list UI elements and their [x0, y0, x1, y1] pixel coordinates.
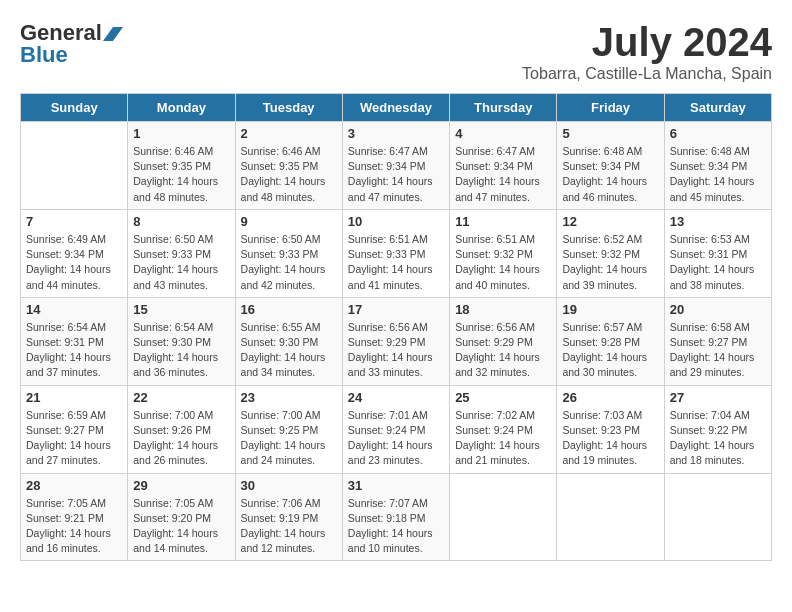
day-detail: Sunrise: 6:47 AMSunset: 9:34 PMDaylight:… [348, 144, 444, 205]
calendar-cell: 11Sunrise: 6:51 AMSunset: 9:32 PMDayligh… [450, 209, 557, 297]
calendar-cell: 16Sunrise: 6:55 AMSunset: 9:30 PMDayligh… [235, 297, 342, 385]
day-detail: Sunrise: 6:48 AMSunset: 9:34 PMDaylight:… [670, 144, 766, 205]
calendar-cell: 15Sunrise: 6:54 AMSunset: 9:30 PMDayligh… [128, 297, 235, 385]
day-number: 15 [133, 302, 229, 317]
day-number: 24 [348, 390, 444, 405]
calendar-cell: 18Sunrise: 6:56 AMSunset: 9:29 PMDayligh… [450, 297, 557, 385]
month-title: July 2024 [522, 20, 772, 65]
calendar-cell: 1Sunrise: 6:46 AMSunset: 9:35 PMDaylight… [128, 122, 235, 210]
day-detail: Sunrise: 7:02 AMSunset: 9:24 PMDaylight:… [455, 408, 551, 469]
day-number: 27 [670, 390, 766, 405]
day-detail: Sunrise: 6:50 AMSunset: 9:33 PMDaylight:… [133, 232, 229, 293]
day-detail: Sunrise: 6:59 AMSunset: 9:27 PMDaylight:… [26, 408, 122, 469]
day-detail: Sunrise: 6:54 AMSunset: 9:31 PMDaylight:… [26, 320, 122, 381]
day-detail: Sunrise: 6:56 AMSunset: 9:29 PMDaylight:… [348, 320, 444, 381]
day-detail: Sunrise: 6:57 AMSunset: 9:28 PMDaylight:… [562, 320, 658, 381]
day-number: 26 [562, 390, 658, 405]
day-number: 19 [562, 302, 658, 317]
calendar-cell: 26Sunrise: 7:03 AMSunset: 9:23 PMDayligh… [557, 385, 664, 473]
calendar-cell: 21Sunrise: 6:59 AMSunset: 9:27 PMDayligh… [21, 385, 128, 473]
calendar-cell: 8Sunrise: 6:50 AMSunset: 9:33 PMDaylight… [128, 209, 235, 297]
day-detail: Sunrise: 7:07 AMSunset: 9:18 PMDaylight:… [348, 496, 444, 557]
day-number: 20 [670, 302, 766, 317]
calendar-cell: 13Sunrise: 6:53 AMSunset: 9:31 PMDayligh… [664, 209, 771, 297]
day-detail: Sunrise: 6:50 AMSunset: 9:33 PMDaylight:… [241, 232, 337, 293]
calendar-cell: 4Sunrise: 6:47 AMSunset: 9:34 PMDaylight… [450, 122, 557, 210]
day-number: 8 [133, 214, 229, 229]
weekday-header-saturday: Saturday [664, 94, 771, 122]
day-detail: Sunrise: 7:03 AMSunset: 9:23 PMDaylight:… [562, 408, 658, 469]
calendar-cell: 25Sunrise: 7:02 AMSunset: 9:24 PMDayligh… [450, 385, 557, 473]
calendar-cell: 31Sunrise: 7:07 AMSunset: 9:18 PMDayligh… [342, 473, 449, 561]
calendar-cell [664, 473, 771, 561]
calendar-week-5: 28Sunrise: 7:05 AMSunset: 9:21 PMDayligh… [21, 473, 772, 561]
day-number: 13 [670, 214, 766, 229]
day-number: 10 [348, 214, 444, 229]
calendar-cell: 23Sunrise: 7:00 AMSunset: 9:25 PMDayligh… [235, 385, 342, 473]
calendar-cell: 20Sunrise: 6:58 AMSunset: 9:27 PMDayligh… [664, 297, 771, 385]
day-detail: Sunrise: 6:48 AMSunset: 9:34 PMDaylight:… [562, 144, 658, 205]
location-title: Tobarra, Castille-La Mancha, Spain [522, 65, 772, 83]
day-detail: Sunrise: 7:00 AMSunset: 9:25 PMDaylight:… [241, 408, 337, 469]
day-number: 30 [241, 478, 337, 493]
weekday-header-sunday: Sunday [21, 94, 128, 122]
day-detail: Sunrise: 6:49 AMSunset: 9:34 PMDaylight:… [26, 232, 122, 293]
calendar-cell: 22Sunrise: 7:00 AMSunset: 9:26 PMDayligh… [128, 385, 235, 473]
calendar-cell: 3Sunrise: 6:47 AMSunset: 9:34 PMDaylight… [342, 122, 449, 210]
day-number: 31 [348, 478, 444, 493]
day-detail: Sunrise: 7:05 AMSunset: 9:20 PMDaylight:… [133, 496, 229, 557]
day-number: 18 [455, 302, 551, 317]
calendar-cell: 2Sunrise: 6:46 AMSunset: 9:35 PMDaylight… [235, 122, 342, 210]
calendar-cell [450, 473, 557, 561]
calendar-week-1: 1Sunrise: 6:46 AMSunset: 9:35 PMDaylight… [21, 122, 772, 210]
day-detail: Sunrise: 6:55 AMSunset: 9:30 PMDaylight:… [241, 320, 337, 381]
calendar-week-2: 7Sunrise: 6:49 AMSunset: 9:34 PMDaylight… [21, 209, 772, 297]
day-detail: Sunrise: 6:51 AMSunset: 9:33 PMDaylight:… [348, 232, 444, 293]
day-number: 25 [455, 390, 551, 405]
day-detail: Sunrise: 6:52 AMSunset: 9:32 PMDaylight:… [562, 232, 658, 293]
day-number: 2 [241, 126, 337, 141]
calendar-table: SundayMondayTuesdayWednesdayThursdayFrid… [20, 93, 772, 561]
day-detail: Sunrise: 6:51 AMSunset: 9:32 PMDaylight:… [455, 232, 551, 293]
calendar-cell: 9Sunrise: 6:50 AMSunset: 9:33 PMDaylight… [235, 209, 342, 297]
day-number: 22 [133, 390, 229, 405]
weekday-header-tuesday: Tuesday [235, 94, 342, 122]
day-number: 1 [133, 126, 229, 141]
day-detail: Sunrise: 6:46 AMSunset: 9:35 PMDaylight:… [133, 144, 229, 205]
calendar-cell: 14Sunrise: 6:54 AMSunset: 9:31 PMDayligh… [21, 297, 128, 385]
day-number: 17 [348, 302, 444, 317]
calendar-cell: 5Sunrise: 6:48 AMSunset: 9:34 PMDaylight… [557, 122, 664, 210]
calendar-cell: 12Sunrise: 6:52 AMSunset: 9:32 PMDayligh… [557, 209, 664, 297]
calendar-week-3: 14Sunrise: 6:54 AMSunset: 9:31 PMDayligh… [21, 297, 772, 385]
calendar-cell: 28Sunrise: 7:05 AMSunset: 9:21 PMDayligh… [21, 473, 128, 561]
day-detail: Sunrise: 7:06 AMSunset: 9:19 PMDaylight:… [241, 496, 337, 557]
day-number: 3 [348, 126, 444, 141]
weekday-header-row: SundayMondayTuesdayWednesdayThursdayFrid… [21, 94, 772, 122]
day-number: 5 [562, 126, 658, 141]
day-number: 12 [562, 214, 658, 229]
day-detail: Sunrise: 6:53 AMSunset: 9:31 PMDaylight:… [670, 232, 766, 293]
day-number: 6 [670, 126, 766, 141]
calendar-cell: 29Sunrise: 7:05 AMSunset: 9:20 PMDayligh… [128, 473, 235, 561]
day-detail: Sunrise: 7:01 AMSunset: 9:24 PMDaylight:… [348, 408, 444, 469]
title-block: July 2024 Tobarra, Castille-La Mancha, S… [522, 20, 772, 83]
day-detail: Sunrise: 6:58 AMSunset: 9:27 PMDaylight:… [670, 320, 766, 381]
day-number: 7 [26, 214, 122, 229]
day-number: 21 [26, 390, 122, 405]
weekday-header-wednesday: Wednesday [342, 94, 449, 122]
day-detail: Sunrise: 6:47 AMSunset: 9:34 PMDaylight:… [455, 144, 551, 205]
calendar-cell [557, 473, 664, 561]
calendar-week-4: 21Sunrise: 6:59 AMSunset: 9:27 PMDayligh… [21, 385, 772, 473]
day-number: 23 [241, 390, 337, 405]
calendar-cell [21, 122, 128, 210]
calendar-cell: 7Sunrise: 6:49 AMSunset: 9:34 PMDaylight… [21, 209, 128, 297]
logo-blue: Blue [20, 42, 68, 68]
calendar-cell: 6Sunrise: 6:48 AMSunset: 9:34 PMDaylight… [664, 122, 771, 210]
day-number: 11 [455, 214, 551, 229]
calendar-cell: 17Sunrise: 6:56 AMSunset: 9:29 PMDayligh… [342, 297, 449, 385]
calendar-cell: 27Sunrise: 7:04 AMSunset: 9:22 PMDayligh… [664, 385, 771, 473]
calendar-cell: 19Sunrise: 6:57 AMSunset: 9:28 PMDayligh… [557, 297, 664, 385]
day-detail: Sunrise: 6:56 AMSunset: 9:29 PMDaylight:… [455, 320, 551, 381]
day-number: 29 [133, 478, 229, 493]
day-detail: Sunrise: 7:05 AMSunset: 9:21 PMDaylight:… [26, 496, 122, 557]
